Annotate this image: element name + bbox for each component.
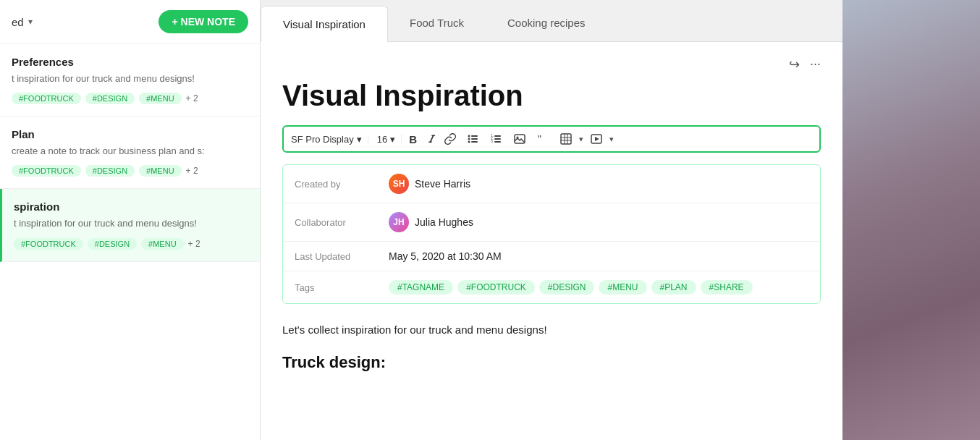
tag: #DESIGN bbox=[88, 238, 137, 250]
svg-text:": " bbox=[538, 133, 541, 145]
svg-point-4 bbox=[468, 141, 470, 143]
svg-text:3.: 3. bbox=[491, 139, 494, 143]
tag: #DESIGN bbox=[85, 93, 135, 104]
chevron-down-icon[interactable]: ▾ bbox=[28, 17, 33, 27]
sidebar-item-preferences[interactable]: Preferences t inspiration for our truck … bbox=[0, 44, 260, 117]
tag: #MENU bbox=[139, 93, 182, 104]
tag-design[interactable]: #DESIGN bbox=[539, 280, 595, 295]
svg-point-0 bbox=[468, 135, 470, 138]
link-button[interactable] bbox=[440, 130, 460, 148]
bullet-list-button[interactable] bbox=[463, 130, 483, 148]
tag: #FOODTRUCK bbox=[12, 93, 81, 104]
table-button[interactable] bbox=[556, 130, 576, 148]
svg-rect-3 bbox=[471, 138, 478, 140]
tag: #MENU bbox=[139, 165, 182, 177]
tag-tagname[interactable]: #TAGNAME bbox=[389, 280, 453, 295]
svg-point-2 bbox=[468, 138, 470, 140]
quote-button[interactable]: " bbox=[533, 130, 553, 148]
tag: #FOODTRUCK bbox=[12, 165, 81, 177]
tag-plan[interactable]: #PLAN bbox=[651, 280, 696, 295]
collaborator-row: Collaborator JH Julia Hughes bbox=[283, 203, 820, 242]
main-content: Visual Inspiration Food Truck Cooking re… bbox=[261, 0, 842, 440]
font-family-select[interactable]: SF Pro Display ▾ bbox=[291, 134, 368, 145]
sidebar-item-title: Plan bbox=[12, 128, 248, 140]
chevron-down-icon: ▾ bbox=[390, 134, 395, 145]
bold-button[interactable]: B bbox=[405, 130, 421, 148]
font-size-select[interactable]: 16 ▾ bbox=[371, 134, 402, 145]
tab-cooking-recipes[interactable]: Cooking recipes bbox=[486, 5, 607, 41]
svg-rect-1 bbox=[471, 135, 478, 137]
svg-rect-5 bbox=[471, 141, 478, 143]
sidebar-item-desc: t inspiration for our truck and menu des… bbox=[14, 217, 248, 230]
media-button[interactable] bbox=[586, 130, 607, 148]
sidebar-title: ed bbox=[12, 16, 24, 28]
created-by-label: Created by bbox=[295, 179, 389, 190]
collaborator-value: JH Julia Hughes bbox=[389, 212, 473, 232]
sidebar-item-inspiration[interactable]: spiration t inspiration for our truck an… bbox=[0, 189, 260, 261]
numbered-list-button[interactable]: 1.2.3. bbox=[486, 130, 507, 148]
note-title: Visual Inspiration bbox=[282, 80, 821, 112]
sidebar-item-desc: t inspiration for our truck and menu des… bbox=[12, 72, 248, 85]
created-by-row: Created by SH Steve Harris bbox=[283, 165, 820, 203]
sidebar-list: Preferences t inspiration for our truck … bbox=[0, 44, 260, 440]
chevron-down-icon[interactable]: ▾ bbox=[609, 135, 614, 144]
tag: #FOODTRUCK bbox=[14, 238, 83, 250]
tag-share[interactable]: #SHARE bbox=[701, 280, 753, 295]
last-updated-label: Last Updated bbox=[295, 251, 389, 262]
new-note-button[interactable]: + NEW NOTE bbox=[159, 10, 248, 33]
tag-more: + 2 bbox=[188, 239, 200, 249]
content-area: ↪ ··· Visual Inspiration SF Pro Display … bbox=[261, 42, 842, 440]
tag-menu[interactable]: #MENU bbox=[599, 280, 646, 295]
tab-visual-inspiration[interactable]: Visual Inspiration bbox=[261, 6, 388, 42]
svg-rect-11 bbox=[494, 141, 501, 143]
chevron-down-icon: ▾ bbox=[357, 134, 362, 145]
tab-food-truck[interactable]: Food Truck bbox=[388, 5, 486, 41]
tag: #MENU bbox=[141, 238, 184, 250]
tag-more: + 2 bbox=[186, 166, 198, 176]
tag: #DESIGN bbox=[85, 165, 135, 177]
last-updated-value: May 5, 2020 at 10:30 AM bbox=[389, 250, 502, 262]
avatar-julia: JH bbox=[389, 212, 409, 232]
share-icon[interactable]: ↪ bbox=[789, 56, 800, 72]
metadata-card: Created by SH Steve Harris Collaborator … bbox=[282, 164, 821, 304]
right-panel bbox=[842, 0, 980, 440]
collaborator-label: Collaborator bbox=[295, 217, 389, 228]
note-section-title: Truck design: bbox=[282, 353, 821, 372]
tags-row: #FOODTRUCK #DESIGN #MENU + 2 bbox=[12, 93, 248, 104]
tag-more: + 2 bbox=[186, 93, 198, 103]
collaborator-name: Julia Hughes bbox=[415, 216, 473, 228]
svg-rect-15 bbox=[561, 134, 571, 144]
sidebar-item-title: Preferences bbox=[12, 56, 248, 68]
italic-button[interactable]: 𝘐 bbox=[424, 130, 437, 148]
svg-rect-7 bbox=[494, 135, 501, 137]
svg-rect-9 bbox=[494, 138, 501, 140]
created-by-name: Steve Harris bbox=[415, 178, 470, 190]
chevron-down-icon[interactable]: ▾ bbox=[579, 135, 583, 144]
editor-toolbar: SF Pro Display ▾ 16 ▾ B 𝘐 1.2.3. " bbox=[282, 125, 821, 153]
tags-label: Tags bbox=[295, 282, 389, 293]
sidebar-item-title: spiration bbox=[14, 200, 248, 213]
tag-foodtruck[interactable]: #FOODTRUCK bbox=[457, 280, 535, 295]
sidebar-item-plan[interactable]: Plan create a note to track our business… bbox=[0, 117, 260, 189]
top-actions: ↪ ··· bbox=[282, 56, 821, 72]
sidebar-title-area: ed ▾ bbox=[12, 16, 33, 28]
sidebar-item-desc: create a note to track our business plan… bbox=[12, 145, 248, 158]
last-updated-row: Last Updated May 5, 2020 at 10:30 AM bbox=[283, 242, 820, 271]
tags-meta: #TAGNAME #FOODTRUCK #DESIGN #MENU #PLAN … bbox=[389, 280, 753, 295]
sidebar-header: ed ▾ + NEW NOTE bbox=[0, 0, 260, 44]
tags-row: #FOODTRUCK #DESIGN #MENU + 2 bbox=[14, 238, 248, 250]
tags-row: #FOODTRUCK #DESIGN #MENU + 2 bbox=[12, 165, 248, 177]
sidebar: ed ▾ + NEW NOTE Preferences t inspiratio… bbox=[0, 0, 261, 440]
note-body-text: Let's collect inspiration for our truck … bbox=[282, 321, 821, 339]
tabs-bar: Visual Inspiration Food Truck Cooking re… bbox=[261, 0, 842, 42]
avatar-steve: SH bbox=[389, 174, 409, 194]
image-button[interactable] bbox=[510, 130, 530, 148]
created-by-value: SH Steve Harris bbox=[389, 174, 470, 194]
more-options-icon[interactable]: ··· bbox=[810, 56, 821, 72]
svg-marker-21 bbox=[595, 137, 599, 141]
tags-row: Tags #TAGNAME #FOODTRUCK #DESIGN #MENU #… bbox=[283, 271, 820, 303]
